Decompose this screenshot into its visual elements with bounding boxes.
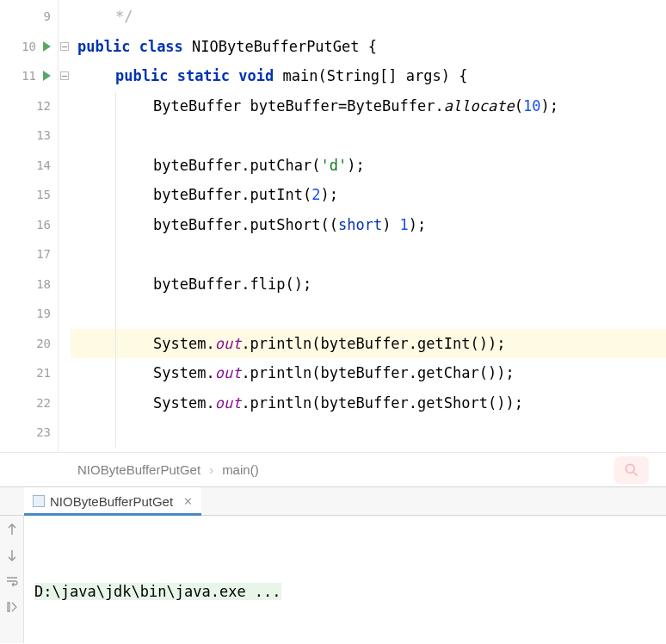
arrow-down-icon[interactable] (5, 548, 19, 562)
search-icon (623, 461, 640, 479)
code-line[interactable]: */ (71, 2, 666, 32)
breadcrumb-method[interactable]: main() (222, 462, 259, 477)
code-line[interactable] (71, 299, 666, 329)
code-editor[interactable]: */public class NIOByteBufferPutGet {publ… (71, 0, 666, 452)
gutter-line[interactable]: 11 (0, 61, 58, 91)
arrow-up-icon[interactable] (5, 523, 19, 536)
gutter-line[interactable]: 14 (0, 151, 58, 181)
search-button[interactable] (614, 456, 649, 484)
gutter-line[interactable]: 10 (0, 32, 58, 62)
soft-wrap-icon[interactable] (5, 574, 19, 588)
code-line[interactable]: System.out.println(byteBuffer.getInt()); (71, 329, 666, 359)
breadcrumb-class[interactable]: NIOByteBufferPutGet (77, 462, 200, 477)
code-line[interactable]: System.out.println(byteBuffer.getShort()… (71, 388, 666, 418)
run-tab-bar: NIOByteBufferPutGet ✕ (0, 486, 666, 516)
code-line[interactable]: byteBuffer.putShort((short) 1); (71, 210, 666, 240)
code-line[interactable] (71, 418, 666, 448)
code-line[interactable]: System.out.println(byteBuffer.getChar())… (71, 358, 666, 388)
code-line[interactable]: byteBuffer.flip(); (71, 269, 666, 300)
run-gutter-icon[interactable] (43, 71, 51, 81)
close-tab-icon[interactable]: ✕ (183, 495, 193, 508)
gutter-line[interactable]: 9 (0, 2, 58, 32)
code-line[interactable] (71, 239, 666, 269)
gutter-line[interactable]: 23 (0, 418, 58, 448)
gutter-line[interactable]: 18 (0, 269, 58, 300)
breadcrumb-separator: › (209, 462, 213, 477)
run-config-icon (33, 495, 45, 507)
editor-area: 91011121314151617181920212223 */public c… (0, 0, 666, 452)
fold-toggle-icon[interactable] (60, 42, 69, 51)
breadcrumb-bar: NIOByteBufferPutGet › main() (0, 452, 666, 486)
gutter-line[interactable]: 16 (0, 210, 58, 240)
svg-line-1 (634, 473, 638, 476)
gutter-line[interactable]: 12 (0, 91, 58, 121)
code-line[interactable]: public static void main(String[] args) { (71, 61, 666, 91)
code-line[interactable]: public class NIOByteBufferPutGet { (71, 32, 666, 62)
gutter-line[interactable]: 20 (0, 329, 58, 359)
scroll-to-end-icon[interactable] (5, 600, 19, 614)
gutter-line[interactable]: 15 (0, 180, 58, 210)
fold-toggle-icon[interactable] (60, 71, 69, 80)
gutter-line[interactable]: 21 (0, 358, 58, 388)
gutter-line[interactable]: 19 (0, 299, 58, 329)
code-line[interactable]: byteBuffer.putChar('d'); (71, 151, 666, 181)
fold-column[interactable] (59, 0, 71, 452)
svg-point-0 (626, 464, 634, 473)
run-gutter-icon[interactable] (43, 41, 51, 52)
console-output[interactable]: D:\java\jdk\bin\java.exe ... 6553600 1 (24, 516, 666, 643)
code-line[interactable]: byteBuffer.putInt(2); (71, 180, 666, 210)
code-line[interactable]: ByteBuffer byteBuffer=ByteBuffer.allocat… (71, 91, 666, 121)
run-tab[interactable]: NIOByteBufferPutGet ✕ (24, 487, 201, 515)
gutter-line[interactable]: 17 (0, 239, 58, 269)
console-toolbar (0, 516, 24, 643)
gutter-line[interactable]: 22 (0, 388, 58, 418)
console-command: D:\java\jdk\bin\java.exe ... (34, 583, 281, 600)
console-panel: D:\java\jdk\bin\java.exe ... 6553600 1 (0, 516, 666, 643)
line-number-gutter[interactable]: 91011121314151617181920212223 (0, 0, 59, 452)
code-line[interactable] (71, 121, 666, 151)
gutter-line[interactable]: 13 (0, 121, 58, 151)
run-tab-label: NIOByteBufferPutGet (50, 494, 173, 509)
